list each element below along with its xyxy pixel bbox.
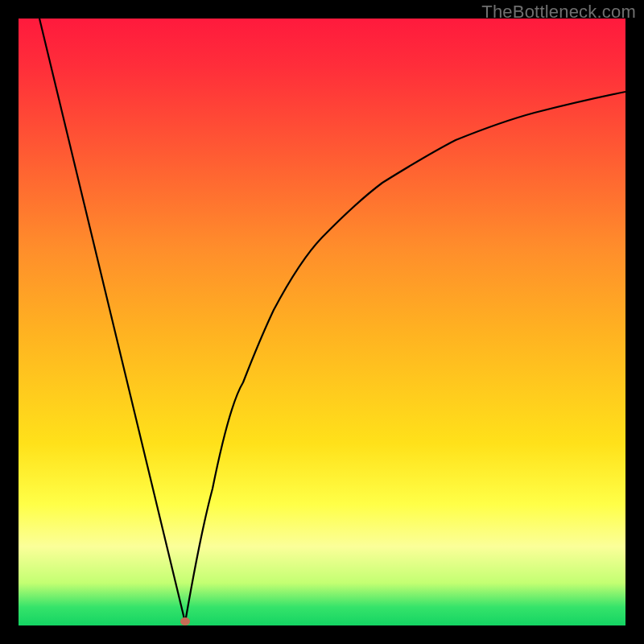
minimum-marker (180, 617, 190, 625)
curve-left (39, 19, 185, 622)
plot-area (19, 19, 625, 625)
chart-frame: TheBottleneck.com (0, 0, 644, 644)
curve-path (39, 19, 243, 622)
curve-right (185, 92, 625, 622)
bottleneck-curve (19, 19, 625, 625)
